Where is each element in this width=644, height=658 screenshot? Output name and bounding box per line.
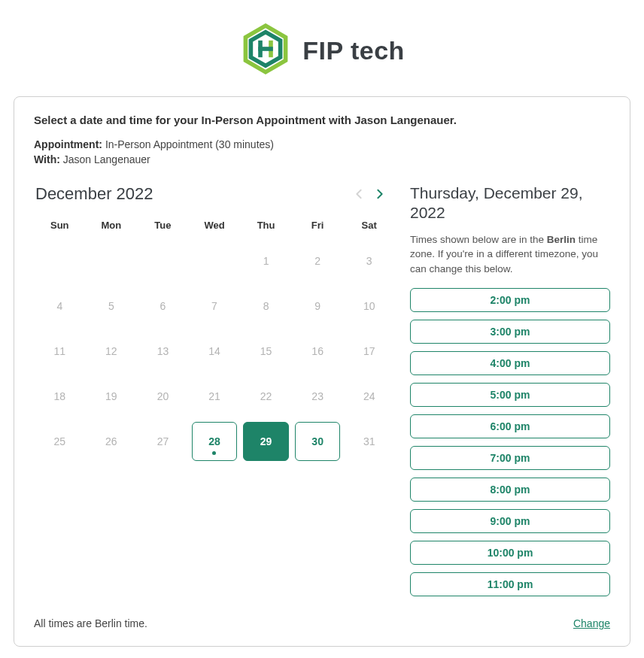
time-slot-button[interactable]: 8:00 pm <box>410 478 610 502</box>
calendar-day: 3 <box>343 238 395 284</box>
calendar-day: 14 <box>189 329 241 374</box>
time-slot-button[interactable]: 4:00 pm <box>410 351 610 375</box>
calendar-day: 27 <box>137 419 189 464</box>
booking-card: Select a date and time for your In-Perso… <box>14 96 630 647</box>
calendar-day: 10 <box>343 284 395 329</box>
calendar-day-available[interactable]: 30 <box>295 422 341 461</box>
appointment-value: In-Person Appointment (30 minutes) <box>105 138 274 150</box>
calendar-day: 11 <box>34 329 86 374</box>
weekday-label: Fri <box>292 212 344 238</box>
calendar: December 2022 SunMonTueWedThuFriSat 1234… <box>34 183 395 604</box>
time-slot-button[interactable]: 9:00 pm <box>410 509 610 533</box>
time-slot-button[interactable]: 6:00 pm <box>410 414 610 438</box>
calendar-day <box>189 238 241 284</box>
weekday-label: Wed <box>189 212 241 238</box>
month-title: December 2022 <box>35 184 348 204</box>
chevron-left-icon <box>354 189 363 199</box>
weekday-label: Sun <box>34 212 86 238</box>
calendar-day: 9 <box>292 284 344 329</box>
calendar-day: 19 <box>86 374 138 419</box>
calendar-day: 31 <box>343 419 395 464</box>
calendar-day-available[interactable]: 28 <box>192 422 238 461</box>
calendar-day: 23 <box>292 374 344 419</box>
tz-note-prefix: Times shown below are in the <box>410 234 547 245</box>
calendar-day <box>34 238 86 284</box>
time-slot-button[interactable]: 7:00 pm <box>410 446 610 470</box>
calendar-day: 12 <box>86 329 138 374</box>
appointment-label: Appointment: <box>34 138 102 150</box>
calendar-day: 17 <box>343 329 395 374</box>
calendar-day: 25 <box>34 419 86 464</box>
weekday-label: Thu <box>240 212 292 238</box>
calendar-day: 20 <box>137 374 189 419</box>
calendar-day-available[interactable]: 29 <box>243 422 289 461</box>
calendar-day: 26 <box>86 419 138 464</box>
calendar-day: 5 <box>86 284 138 329</box>
calendar-day: 4 <box>34 284 86 329</box>
calendar-day: 6 <box>137 284 189 329</box>
appointment-line: Appointment: In-Person Appointment (30 m… <box>34 138 610 150</box>
time-slot-button[interactable]: 3:00 pm <box>410 320 610 344</box>
calendar-day: 2 <box>292 238 344 284</box>
next-month-button[interactable] <box>369 183 390 205</box>
calendar-day: 8 <box>240 284 292 329</box>
time-slot-button[interactable]: 11:00 pm <box>410 572 610 596</box>
calendar-day <box>86 238 138 284</box>
calendar-day: 13 <box>137 329 189 374</box>
chevron-right-icon <box>375 189 384 199</box>
brand-logo-icon <box>239 23 292 78</box>
brand-name: FIP tech <box>302 36 405 65</box>
weekday-label: Mon <box>86 212 138 238</box>
with-label: With: <box>34 153 60 165</box>
calendar-day: 22 <box>240 374 292 419</box>
weekday-label: Sat <box>343 212 395 238</box>
time-slot-button[interactable]: 5:00 pm <box>410 383 610 407</box>
prev-month-button <box>348 183 369 205</box>
selected-date-title: Thursday, December 29, 2022 <box>410 183 610 223</box>
tz-name: Berlin <box>547 234 576 245</box>
brand-header: FIP tech <box>14 15 630 96</box>
calendar-day: 18 <box>34 374 86 419</box>
change-timezone-link[interactable]: Change <box>573 617 610 629</box>
today-dot-icon <box>212 451 216 455</box>
calendar-day: 1 <box>240 238 292 284</box>
calendar-day: 16 <box>292 329 344 374</box>
with-value: Jason Langenauer <box>63 153 150 165</box>
footer-timezone-text: All times are Berlin time. <box>34 617 147 629</box>
calendar-day: 24 <box>343 374 395 419</box>
weekday-label: Tue <box>137 212 189 238</box>
calendar-day: 15 <box>240 329 292 374</box>
calendar-day: 21 <box>189 374 241 419</box>
timezone-note: Times shown below are in the Berlin time… <box>410 232 610 277</box>
calendar-day: 7 <box>189 284 241 329</box>
svg-rect-4 <box>258 47 273 51</box>
time-slots-panel: Thursday, December 29, 2022 Times shown … <box>410 183 610 604</box>
time-slot-button[interactable]: 2:00 pm <box>410 288 610 312</box>
calendar-day <box>137 238 189 284</box>
page-title: Select a date and time for your In-Perso… <box>34 114 610 126</box>
time-slot-button[interactable]: 10:00 pm <box>410 541 610 565</box>
with-line: With: Jason Langenauer <box>34 153 610 165</box>
